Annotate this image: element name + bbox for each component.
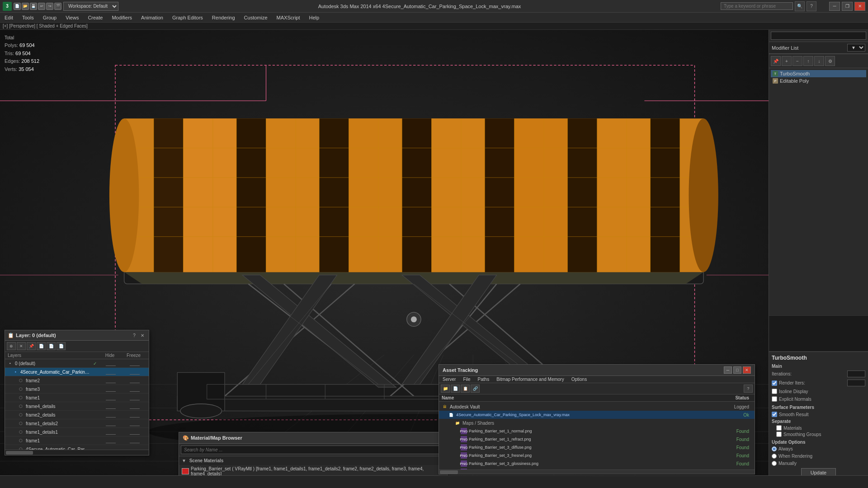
layer-checkmark: ✓ bbox=[90, 361, 99, 366]
ts-manually-row: Manually bbox=[772, 460, 865, 466]
mod-add-btn[interactable]: + bbox=[782, 56, 792, 66]
at-help-btn[interactable]: ? bbox=[744, 385, 753, 393]
layer-hide bbox=[99, 412, 122, 418]
list-item[interactable]: ⬡ frame3 bbox=[5, 385, 149, 394]
explicit-normals-checkbox[interactable] bbox=[772, 396, 777, 402]
list-item[interactable]: ⬡ frame1_details2 bbox=[5, 419, 149, 428]
expand-icon[interactable]: ▼ bbox=[182, 458, 186, 463]
menu-item-edit[interactable]: Edit bbox=[0, 14, 18, 21]
menu-item-rendering[interactable]: Rendering bbox=[208, 14, 240, 21]
at-title: Asset Tracking bbox=[443, 367, 478, 373]
close-button[interactable]: ✕ bbox=[854, 2, 865, 11]
mat-browser-title: 🎨 Material/Map Browser bbox=[183, 435, 242, 441]
at-menu-server[interactable]: Server bbox=[439, 376, 459, 383]
ts-render-iters-input[interactable]: 2 bbox=[847, 380, 865, 386]
redo-btn[interactable]: ↪ bbox=[46, 3, 53, 10]
menu-item-modifiers[interactable]: Modifiers bbox=[107, 14, 137, 21]
at-menu-options[interactable]: Options bbox=[568, 376, 590, 383]
mat-search-input[interactable] bbox=[181, 446, 445, 454]
modifier-item-editablepoly[interactable]: P Editable Poly bbox=[771, 77, 866, 84]
search-button[interactable]: 🔍 bbox=[795, 1, 805, 11]
at-tool-btn-4[interactable]: 🔗 bbox=[471, 385, 480, 393]
layer-doc1-btn[interactable]: 📄 bbox=[37, 342, 46, 350]
menu-item-create[interactable]: Create bbox=[83, 14, 107, 21]
always-radio[interactable] bbox=[772, 446, 777, 451]
restore-button[interactable]: ❐ bbox=[842, 2, 853, 11]
isoline-checkbox[interactable] bbox=[772, 389, 777, 394]
menu-item-tools[interactable]: Tools bbox=[18, 14, 38, 21]
when-rendering-radio[interactable] bbox=[772, 454, 777, 459]
list-item[interactable]: ⬡ frame1_details1 bbox=[5, 428, 149, 436]
menu-item-help[interactable]: Help bbox=[305, 14, 324, 21]
mod-down-btn[interactable]: ↓ bbox=[814, 56, 824, 66]
menu-item-customize[interactable]: Customize bbox=[240, 14, 272, 21]
at-item-name: Parking_Barrier_set_1_normal.png bbox=[469, 429, 716, 433]
at-item[interactable]: PNG Parking_Barrier_set_3_glossiness.png… bbox=[439, 460, 755, 468]
smooth-result-checkbox[interactable] bbox=[772, 412, 777, 417]
list-item[interactable]: ▪ 4Secure_Automatic_Car_Parking_Space_Lo… bbox=[5, 368, 149, 376]
at-item[interactable]: PNG Parking_Barrier_set_3_diffuse.png Fo… bbox=[439, 443, 755, 451]
manually-radio[interactable] bbox=[772, 461, 777, 466]
open-btn[interactable]: 📂 bbox=[22, 3, 29, 10]
layer-close-btn[interactable]: ✕ bbox=[139, 332, 146, 338]
layer-add-btn[interactable]: ⊕ bbox=[7, 342, 16, 350]
minimize-button[interactable]: ─ bbox=[829, 2, 840, 11]
at-tool-btn-3[interactable]: 📋 bbox=[461, 385, 470, 393]
at-item[interactable]: PNG Parking_Barrier_set_1_refract.png Fo… bbox=[439, 435, 755, 443]
ts-iterations-input[interactable]: 0 bbox=[847, 371, 865, 377]
at-item[interactable]: 🏛 Autodesk Vault Logged bbox=[439, 403, 755, 411]
smoothing-groups-checkbox[interactable] bbox=[776, 432, 782, 437]
list-item[interactable]: ⬡ frame2_details bbox=[5, 411, 149, 419]
at-menu-bitmap[interactable]: Bitmap Performance and Memory bbox=[493, 376, 568, 383]
layer-pin-btn[interactable]: 📌 bbox=[27, 342, 36, 350]
modifier-list-dropdown[interactable]: ▼ bbox=[847, 44, 865, 52]
at-item[interactable]: PNG Parking_Barrier_set_3_specular.png F… bbox=[439, 468, 755, 469]
render-setup-btn[interactable]: 🎬 bbox=[54, 3, 61, 10]
at-minimize-btn[interactable]: ─ bbox=[724, 366, 732, 374]
materials-checkbox[interactable] bbox=[776, 425, 782, 431]
menu-item-animation[interactable]: Animation bbox=[137, 14, 168, 21]
workspace-dropdown[interactable]: Workspace: Default bbox=[63, 2, 118, 11]
at-item[interactable]: 📁 Maps / Shaders bbox=[439, 419, 755, 427]
ts-smoothing-groups-label: Smoothing Groups bbox=[783, 432, 821, 437]
list-item[interactable]: ▪ 0 (default) ✓ bbox=[5, 359, 149, 368]
menu-item-graph-editors[interactable]: Graph Editors bbox=[168, 14, 208, 21]
menu-item-maxscript[interactable]: MAXScript bbox=[272, 14, 305, 21]
at-item[interactable]: 📄 4Secure_Automatic_Car_Parking_Space_Lo… bbox=[439, 411, 755, 419]
layer-help-btn[interactable]: ? bbox=[131, 332, 138, 338]
mod-remove-btn[interactable]: − bbox=[793, 56, 802, 66]
list-item[interactable]: ⬡ frame4_details bbox=[5, 402, 149, 411]
menu-item-views[interactable]: Views bbox=[61, 14, 83, 21]
layer-doc2-btn[interactable]: 📄 bbox=[47, 342, 56, 350]
list-item[interactable]: ⬡ 4Secure_Automatic_Car_Parking_Space_Lo… bbox=[5, 445, 149, 450]
frame-input[interactable]: frame2 bbox=[771, 32, 866, 40]
save-btn[interactable]: 💾 bbox=[30, 3, 37, 10]
menu-item-group[interactable]: Group bbox=[38, 14, 61, 21]
mod-config-btn[interactable]: ⚙ bbox=[825, 56, 835, 66]
render-iters-checkbox[interactable] bbox=[772, 380, 777, 386]
list-item[interactable]: ⬡ frame1 bbox=[5, 394, 149, 402]
list-item[interactable]: ⬡ frame2 bbox=[5, 376, 149, 385]
modifier-item-turbosmooth[interactable]: T TurboSmooth bbox=[771, 70, 866, 77]
mod-pin-btn[interactable]: 📌 bbox=[771, 56, 781, 66]
layer-hide bbox=[99, 429, 122, 435]
undo-btn[interactable]: ↩ bbox=[38, 3, 45, 10]
at-tool-btn-2[interactable]: 📄 bbox=[451, 385, 460, 393]
list-item[interactable]: ⬡ frame1 bbox=[5, 436, 149, 445]
at-maximize-btn[interactable]: □ bbox=[733, 366, 741, 374]
search-input[interactable] bbox=[721, 2, 793, 10]
at-toolbar: 📁 📄 📋 🔗 ? bbox=[439, 383, 755, 394]
at-menu-file[interactable]: File bbox=[459, 376, 474, 383]
at-item[interactable]: PNG Parking_Barrier_set_3_fresnel.png Fo… bbox=[439, 451, 755, 460]
at-tool-btn-1[interactable]: 📁 bbox=[441, 385, 450, 393]
layer-doc3-btn[interactable]: 📄 bbox=[57, 342, 66, 350]
at-menu-paths[interactable]: Paths bbox=[474, 376, 493, 383]
at-item-status: Found bbox=[716, 453, 752, 458]
at-close-btn[interactable]: ✕ bbox=[743, 366, 751, 374]
new-btn[interactable]: 📄 bbox=[14, 3, 21, 10]
at-item[interactable]: PNG Parking_Barrier_set_1_normal.png Fou… bbox=[439, 427, 755, 435]
help-btn[interactable]: ? bbox=[807, 1, 816, 11]
layer-delete-btn[interactable]: ✕ bbox=[17, 342, 26, 350]
mod-up-btn[interactable]: ↑ bbox=[803, 56, 813, 66]
turbosmooth-title: TurboSmooth bbox=[772, 355, 865, 361]
